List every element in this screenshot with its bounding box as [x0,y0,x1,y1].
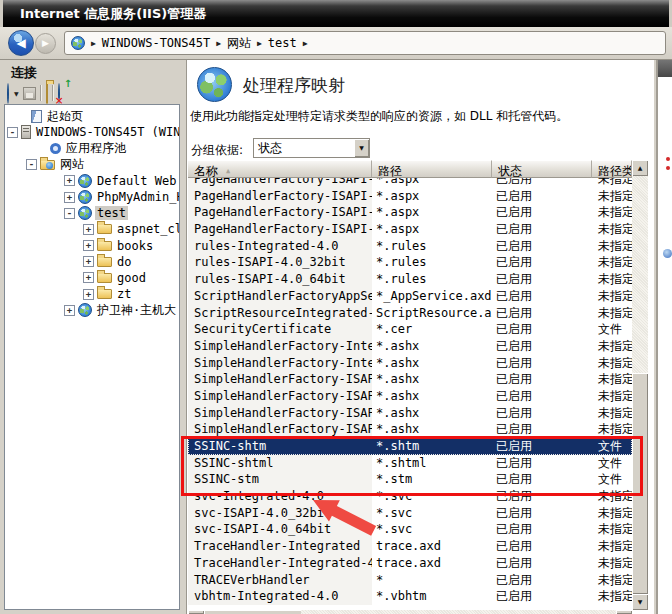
sidebar-item-phpmyadmin-hws[interactable]: +PhpMyAdmin_HWS [5,189,179,205]
chevron-down-icon[interactable]: ▼ [14,90,19,97]
expand-icon[interactable]: + [64,192,75,203]
remove-connection-button[interactable]: × [58,84,60,103]
collapse-icon[interactable]: - [26,159,37,170]
scrollbar-thumb[interactable] [632,373,648,594]
expand-icon[interactable]: + [64,175,75,186]
scroll-up-button[interactable]: ▲ [632,160,648,176]
table-row[interactable]: SSINC-stm*.stm已启用文件 [188,471,632,488]
cell-path: *.cer [372,321,492,338]
globe-icon [78,206,92,220]
sidebar-item-books[interactable]: +books [5,238,179,254]
table-row[interactable]: rules-ISAPI-4.0_32bit*.rules已启用未指定 [188,254,632,271]
table-row[interactable]: TRACEVerbHandler*已启用未指定 [188,572,632,589]
table-row[interactable]: PageHandlerFactory-ISAPI-...*.aspx已启用未指定 [188,188,632,205]
cell-path_type: 未指定 [592,388,632,405]
sidebar-item-应用程序池[interactable]: 应用程序池 [5,140,179,156]
scroll-right-button[interactable] [616,610,632,614]
cell-path_type: 未指定 [592,338,632,355]
table-row[interactable]: PageHandlerFactory-ISAPI-2.0*.aspx已启用未指定 [188,178,632,188]
scroll-down-button[interactable]: ▼ [632,594,648,610]
table-row[interactable]: SimpleHandlerFactory-Inte...*.ashx已启用未指定 [188,338,632,355]
breadcrumb-item[interactable]: test [268,36,297,50]
forward-button[interactable]: ▶ [35,33,56,54]
breadcrumb-item[interactable]: WINDOWS-TONS45T [102,36,210,50]
table-row[interactable]: SimpleHandlerFactory-ISAP...*.ashx已启用未指定 [188,388,632,405]
dropdown-caret-icon[interactable]: ▼ [354,139,369,157]
cell-path: *.aspx [372,188,492,205]
table-row[interactable]: svc-ISAPI-4.0_32bit*.svc已启用未指定 [188,505,632,522]
table-row[interactable]: SSINC-shtml*.shtml已启用文件 [188,455,632,472]
iis-manager-window: { "window": { "title": "Internet 信息服务(II… [0,0,672,614]
cell-path: *.ashx [372,355,492,372]
table-row[interactable]: svc-Integrated-4.0*.svc已启用未指定 [188,488,632,505]
group-by-dropdown[interactable]: 状态 ▼ [253,138,370,158]
cell-path: *.rules [372,254,492,271]
collapse-icon[interactable]: - [64,208,75,219]
table-row[interactable]: SSINC-shtm*.shtm已启用文件 [188,438,632,455]
table-row[interactable]: PageHandlerFactory-ISAPI-...*.aspx已启用未指定 [188,221,632,238]
expand-icon[interactable]: + [83,256,94,267]
table-row[interactable]: SimpleHandlerFactory-ISAP...*.ashx已启用未指定 [188,421,632,438]
cell-path_type: 文件 [592,455,632,472]
column-header-4[interactable]: 路径类型 [592,160,632,178]
sidebar-item-good[interactable]: +good [5,270,179,286]
expand-icon[interactable]: + [83,289,94,300]
open-folder-button[interactable]: ↑ [46,84,48,103]
folder-icon [97,224,112,234]
column-header-3[interactable]: 状态 [492,160,592,178]
table-row[interactable]: svc-ISAPI-4.0_64bit*.svc已启用未指定 [188,521,632,538]
table-row[interactable]: PageHandlerFactory-ISAPI-...*.aspx已启用未指定 [188,204,632,221]
horizontal-scrollbar[interactable] [188,610,632,614]
column-header-2[interactable]: 路径 [372,160,492,178]
sidebar-item-护卫神-主机大[interactable]: +护卫神·主机大 [5,302,179,318]
cell-state: 已启用 [492,488,592,505]
table-row[interactable]: ScriptResourceIntegrated-4.0ScriptResour… [188,305,632,322]
expand-icon[interactable]: + [83,272,94,283]
table-row[interactable]: vbhtm-Integrated-4.0*.vbhtm已启用未指定 [188,588,632,605]
group-by-value: 状态 [254,140,354,157]
cell-path_type: 未指定 [592,588,632,605]
expand-icon[interactable]: + [83,240,94,251]
table-row[interactable]: TraceHandler-Integratedtrace.axd已启用未指定 [188,538,632,555]
table-row[interactable]: ScriptHandlerFactoryAppSe...*_AppService… [188,288,632,305]
sidebar-item-windows-tons45t-win[interactable]: -WINDOWS-TONS45T (WIN [5,124,179,140]
globe-icon [78,190,92,204]
collapse-icon[interactable]: - [7,127,18,138]
table-row[interactable]: SecurityCertificate*.cer已启用文件 [188,321,632,338]
expand-icon[interactable]: + [83,224,94,235]
back-button[interactable]: ◀ [8,30,34,56]
cell-name: TraceHandler-Integrated-4.0 [188,555,372,572]
table-row[interactable]: SimpleHandlerFactory-ISAP...*.ashx已启用未指定 [188,371,632,388]
cell-path: *.aspx [372,178,492,188]
cell-state: 已启用 [492,455,592,472]
cell-name: SSINC-shtml [188,455,372,472]
sidebar-item-test[interactable]: -test [5,205,179,221]
cell-name: PageHandlerFactory-ISAPI-... [188,204,372,221]
table-row[interactable]: rules-ISAPI-4.0_64bit*.rules已启用未指定 [188,271,632,288]
up-arrow-icon: ↑ [64,78,72,89]
sidebar-item-网站[interactable]: -网站 [5,157,179,173]
cell-name: SimpleHandlerFactory-ISAP... [188,371,372,388]
column-header-1[interactable]: 名称▲ [188,160,372,178]
sidebar-item-aspnet-cli[interactable]: +aspnet_cli [5,221,179,237]
scroll-left-button[interactable] [188,610,204,614]
sidebar-item-do[interactable]: +do [5,254,179,270]
cell-name: SimpleHandlerFactory-ISAP... [188,388,372,405]
table-row[interactable]: TraceHandler-Integrated-4.0trace.axd已启用未… [188,555,632,572]
vertical-scrollbar[interactable]: ▲ ▼ [632,160,648,610]
expand-icon[interactable]: + [64,305,75,316]
cell-state: 已启用 [492,588,592,605]
create-connection-button[interactable] [7,84,9,103]
scrollbar-thumb[interactable] [204,610,301,614]
sidebar-item-起始页[interactable]: 起始页 [5,108,179,124]
breadcrumb-separator-icon: ▶ [303,39,308,48]
sidebar-item-default-web-s[interactable]: +Default Web S [5,173,179,189]
table-row[interactable]: SimpleHandlerFactory-ISAP...*.ashx已启用未指定 [188,405,632,422]
cell-state: 已启用 [492,505,592,522]
breadcrumb-item[interactable]: 网站 [227,35,251,52]
table-row[interactable]: SimpleHandlerFactory-Inte...*.ashx已启用未指定 [188,355,632,372]
table-row[interactable]: rules-Integrated-4.0*.rules已启用未指定 [188,238,632,255]
save-icon[interactable] [23,87,36,100]
tree-item-label: Default Web S [95,174,180,188]
sidebar-item-zt[interactable]: +zt [5,286,179,302]
